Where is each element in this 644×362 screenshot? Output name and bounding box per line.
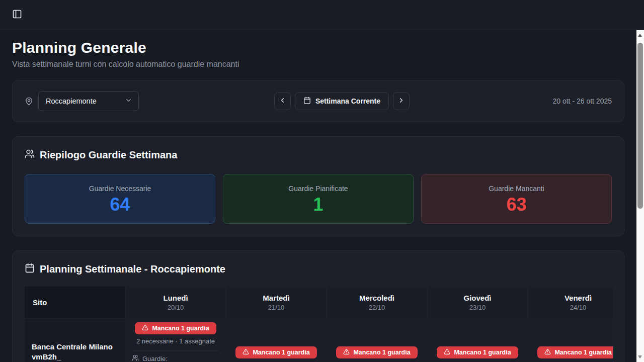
cell-martedi: Mancano 1 guardia 1 necessarie · 0 asseg… <box>226 319 327 362</box>
scroll-up-arrow-icon[interactable] <box>638 34 642 37</box>
date-range-label: 20 ott - 26 ott 2025 <box>386 97 612 105</box>
column-header-venerdi: Venerdì 24/10 <box>528 287 613 318</box>
planning-title: Planning Settimanale - Roccapiemonte <box>40 263 225 275</box>
chevron-down-icon <box>125 97 132 106</box>
map-pin-icon <box>25 97 33 106</box>
cell-stats: 2 necessarie · 1 assegnate <box>132 337 219 345</box>
top-bar <box>0 0 644 30</box>
site-select-value: Roccapiemonte <box>46 97 97 105</box>
day-name: Lunedì <box>163 294 188 302</box>
day-name: Giovedì <box>463 294 491 302</box>
badge-label: Mancano 1 guardia <box>454 349 511 356</box>
badge-label: Mancano 1 guardia <box>152 325 209 332</box>
vertical-scrollbar[interactable] <box>636 30 644 362</box>
divider <box>133 350 218 350</box>
sidebar-toggle-button[interactable] <box>9 7 25 23</box>
users-icon <box>25 149 35 161</box>
summary-title: Riepilogo Guardie Settimana <box>40 149 177 161</box>
column-header-lunedi: Lunedì 20/10 <box>126 287 226 318</box>
column-header-mercoledi: Mercoledì 22/10 <box>327 287 428 318</box>
cell-mercoledi: Mancano 1 guardia 1 necessarie · 0 asseg… <box>327 319 428 362</box>
planning-table: Sito Lunedì 20/10 Martedì 21/10 Mercoled… <box>25 287 613 362</box>
day-date: 21/10 <box>268 304 285 311</box>
day-date: 23/10 <box>469 304 486 311</box>
badge-label: Mancano 1 guardia <box>554 349 611 356</box>
cell-giovedi: Mancano 1 guardia 1 necessarie · 0 asseg… <box>428 319 528 362</box>
badge-label: Mancano 1 guardia <box>253 349 309 356</box>
scroll-down-arrow-icon[interactable] <box>638 355 642 358</box>
current-week-label: Settimana Corrente <box>315 97 380 105</box>
day-name: Venerdì <box>565 294 592 302</box>
stat-value: 63 <box>506 196 526 214</box>
cell-venerdi: Mancano 1 guardia 1 necessarie · 0 asseg… <box>528 319 613 362</box>
missing-guard-badge: Mancano 1 guardia <box>135 322 216 334</box>
cell-lunedi: Mancano 1 guardia 2 necessarie · 1 asseg… <box>126 319 226 362</box>
column-header-giovedi: Giovedì 23/10 <box>428 287 528 318</box>
column-header-martedi: Martedì 21/10 <box>226 287 327 318</box>
site-name-cell: Banca Centrale Milano vmB2h_ <box>25 319 126 362</box>
day-date: 22/10 <box>369 304 385 311</box>
day-date: 24/10 <box>570 304 587 311</box>
calendar-icon <box>25 263 35 276</box>
chevron-left-icon <box>279 97 286 106</box>
stat-guardie-necessarie: Guardie Necessarie 64 <box>25 174 215 224</box>
stat-guardie-mancanti: Guardie Mancanti 63 <box>421 174 612 224</box>
column-header-sito: Sito <box>25 287 126 318</box>
stat-guardie-pianificate: Guardie Pianificate 1 <box>223 174 414 224</box>
panel-left-icon <box>12 9 22 21</box>
stat-value: 1 <box>313 196 323 214</box>
stat-value: 64 <box>110 196 130 214</box>
prev-week-button[interactable] <box>274 92 291 110</box>
table-row: Banca Centrale Milano vmB2h_ Mancano 1 g… <box>25 319 613 362</box>
warning-triangle-icon <box>142 324 148 332</box>
calendar-icon <box>303 97 311 106</box>
guards-label: Guardie: <box>142 355 168 362</box>
main-content: Planning Generale Vista settimanale turn… <box>0 30 636 362</box>
warning-triangle-icon <box>243 348 249 356</box>
warning-triangle-icon <box>444 348 450 356</box>
site-select[interactable]: Roccapiemonte <box>38 91 139 111</box>
warning-triangle-icon <box>544 348 551 356</box>
warning-triangle-icon <box>343 348 350 356</box>
current-week-button[interactable]: Settimana Corrente <box>295 92 389 110</box>
filter-bar: Roccapiemonte Settimana Corrente <box>12 80 624 122</box>
badge-label: Mancano 1 guardia <box>353 349 410 356</box>
next-week-button[interactable] <box>393 92 410 110</box>
users-icon <box>132 354 139 362</box>
scrollbar-thumb[interactable] <box>637 43 643 209</box>
day-name: Mercoledì <box>359 294 394 302</box>
summary-card: Riepilogo Guardie Settimana Guardie Nece… <box>12 136 624 236</box>
missing-guard-badge: Mancano 1 guardia <box>537 346 613 358</box>
stat-label: Guardie Mancanti <box>489 185 544 193</box>
missing-guard-badge: Mancano 1 guardia <box>235 346 316 358</box>
day-date: 20/10 <box>168 304 184 311</box>
chevron-right-icon <box>397 97 405 106</box>
planning-card: Planning Settimanale - Roccapiemonte Sit… <box>12 250 624 362</box>
missing-guard-badge: Mancano 1 guardia <box>437 346 518 358</box>
table-header-row: Sito Lunedì 20/10 Martedì 21/10 Mercoled… <box>25 287 613 318</box>
page-title: Planning Generale <box>12 39 624 56</box>
page-subtitle: Vista settimanale turni con calcolo auto… <box>12 60 624 69</box>
missing-guard-badge: Mancano 1 guardia <box>336 346 417 358</box>
day-name: Martedì <box>263 294 289 302</box>
stat-label: Guardie Necessarie <box>89 185 151 193</box>
stat-label: Guardie Pianificate <box>288 185 348 193</box>
